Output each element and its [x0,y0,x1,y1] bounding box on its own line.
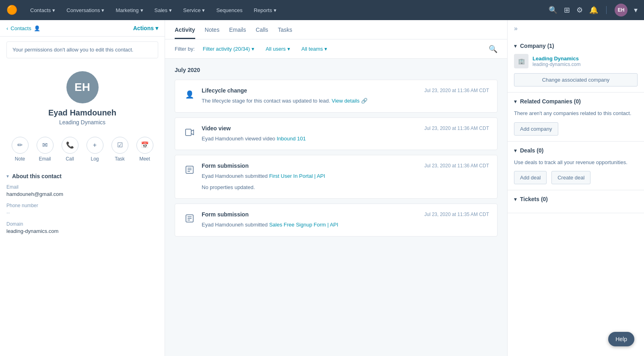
bell-icon[interactable]: 🔔 [589,6,598,14]
company-card: 🏢 Leading Dynamics leading-dynamics.com [514,54,638,68]
lifecycle-title: Lifecycle change [202,87,247,94]
related-companies-title: Related Companies (0) [520,98,581,105]
note-label: Note [15,156,25,162]
marketplace-icon[interactable]: ⊞ [564,6,570,14]
form1-link[interactable]: First User In Portal | API [269,173,325,179]
meet-action[interactable]: 📅 Meet [136,137,153,162]
form1-title: Form submission [202,163,249,169]
company-section-header[interactable]: ▾ Company (1) [514,43,638,49]
about-title: About this contact [12,173,62,179]
log-action[interactable]: + Log [87,137,103,162]
search-icon[interactable]: 🔍 [549,6,557,14]
tab-emails[interactable]: Emails [229,20,246,39]
inbound101-link[interactable]: Inbound 101 [277,136,305,142]
form2-timestamp: Jul 23, 2020 at 11:35 AM CDT [424,212,489,217]
right-sidebar: » ▾ Company (1) 🏢 Leading Dynamics leadi… [507,20,644,356]
user-avatar[interactable]: EH [615,4,627,16]
call-icon: 📞 [62,137,78,154]
video-title-row: Video view Jul 23, 2020 at 11:36 AM CDT [202,125,489,132]
email-icon: ✉ [37,137,54,154]
right-sidebar-top: » [508,20,644,37]
related-companies-chevron-icon: ▾ [514,98,517,105]
email-label: Email [39,156,51,162]
activity-filter-chevron: ▾ [252,46,254,52]
meet-icon: 📅 [136,137,153,154]
call-action[interactable]: 📞 Call [62,137,78,162]
task-action[interactable]: ☑ Task [111,137,128,162]
company-domain: leading-dynamics.com [533,62,580,67]
phone-field: Phone number -- [6,203,158,216]
activity-header: 👤 Lifecycle change Jul 23, 2020 at 11:36… [183,87,489,105]
tab-activity[interactable]: Activity [175,20,195,39]
lifecycle-body: Lifecycle change Jul 23, 2020 at 11:36 A… [202,87,489,105]
video-text: Eyad Hamdouneh viewed video Inbound 101 [202,135,489,143]
nav-right-icons: 🔍 ⊞ ⚙ 🔔 EH ▾ [549,4,638,16]
meet-label: Meet [139,156,150,162]
deals-section-title: Deals (0) [520,147,543,154]
activity-feed: July 2020 👤 Lifecycle change Jul 23, 202… [165,59,507,249]
contact-avatar: EH [66,71,99,103]
teams-filter-button[interactable]: All teams ▾ [298,44,330,54]
settings-icon[interactable]: ⚙ [576,6,583,14]
note-action[interactable]: ✏ Note [12,137,29,162]
company-section: ▾ Company (1) 🏢 Leading Dynamics leading… [508,37,644,93]
create-deal-button[interactable]: Create deal [551,171,590,184]
deals-section-header[interactable]: ▾ Deals (0) [514,147,638,154]
tickets-chevron-icon: ▾ [514,196,517,202]
domain-field-value: leading-dynamics.com [6,228,158,234]
email-field-label: Email [6,184,158,190]
hubspot-logo[interactable]: 🟠 [6,5,17,15]
back-to-contacts[interactable]: ‹ Contacts 👤 [6,25,40,31]
nav-reports[interactable]: Reports▾ [249,4,281,16]
filter-bar: Filter by: Filter activity (20/34) ▾ All… [165,39,507,59]
nav-sales[interactable]: Sales▾ [150,4,177,16]
company-name[interactable]: Leading Dynamics [533,56,580,62]
related-companies-empty-text: There aren't any companies related to th… [514,109,638,117]
task-icon: ☑ [111,137,128,154]
tickets-section-title: Tickets (0) [520,196,548,202]
tab-notes[interactable]: Notes [205,20,220,39]
contact-avatar-section: EH Eyad Hamdouneh Leading Dynamics [0,63,165,130]
activity-filter-button[interactable]: Filter activity (20/34) ▾ [200,44,258,54]
tab-calls[interactable]: Calls [256,20,268,39]
account-chevron-icon[interactable]: ▾ [634,6,638,14]
email-action[interactable]: ✉ Email [37,137,54,162]
collapse-sidebar-button[interactable]: » [514,25,518,32]
users-filter-button[interactable]: All users ▾ [262,44,293,54]
lifecycle-title-row: Lifecycle change Jul 23, 2020 at 11:36 A… [202,87,489,94]
lifecycle-view-details-link[interactable]: View details [332,98,359,104]
nav-sequences[interactable]: Sequences [211,4,247,16]
tab-tasks[interactable]: Tasks [278,20,292,39]
permissions-warning: Your permissions don't allow you to edit… [6,41,158,58]
back-arrow-icon: ‹ [6,25,8,31]
lifecycle-timestamp: Jul 23, 2020 at 11:36 AM CDT [424,88,489,93]
actions-button[interactable]: Actions ▾ [133,25,158,31]
about-header[interactable]: ▾ About this contact [6,168,158,184]
user-icon: 👤 [34,25,40,31]
nav-service[interactable]: Service▾ [178,4,210,16]
form2-icon [183,212,196,225]
form1-timestamp: Jul 23, 2020 at 11:36 AM CDT [424,163,489,169]
help-button[interactable]: Help [608,332,634,346]
video-timestamp: Jul 23, 2020 at 11:36 AM CDT [424,126,489,131]
nav-conversations[interactable]: Conversations▾ [62,4,109,16]
add-deal-button[interactable]: Add deal [514,171,547,184]
add-company-button[interactable]: Add company [514,122,558,136]
about-section: ▾ About this contact Email hamdouneh@gma… [0,168,165,246]
nav-contacts[interactable]: Contacts▾ [25,4,60,16]
sidebar-header: ‹ Contacts 👤 Actions ▾ [0,20,165,37]
change-associated-company-button[interactable]: Change associated company [514,73,638,86]
activity-card-video: Video view Jul 23, 2020 at 11:36 AM CDT … [175,117,497,150]
form1-title-row: Form submission Jul 23, 2020 at 11:36 AM… [202,163,489,169]
task-label: Task [115,156,125,162]
lifecycle-icon: 👤 [183,88,196,101]
deals-empty-text: Use deals to track all your revenue oppo… [514,158,638,167]
nav-marketing[interactable]: Marketing▾ [111,4,148,16]
related-companies-header[interactable]: ▾ Related Companies (0) [514,98,638,105]
form2-title: Form submission [202,211,249,218]
center-content: Activity Notes Emails Calls Tasks Filter… [165,20,507,356]
users-filter-chevron: ▾ [287,46,290,52]
form2-link[interactable]: Sales Free Signup Form | API [269,222,339,228]
activity-search-icon[interactable]: 🔍 [489,45,497,54]
tickets-section-header[interactable]: ▾ Tickets (0) [514,196,638,202]
